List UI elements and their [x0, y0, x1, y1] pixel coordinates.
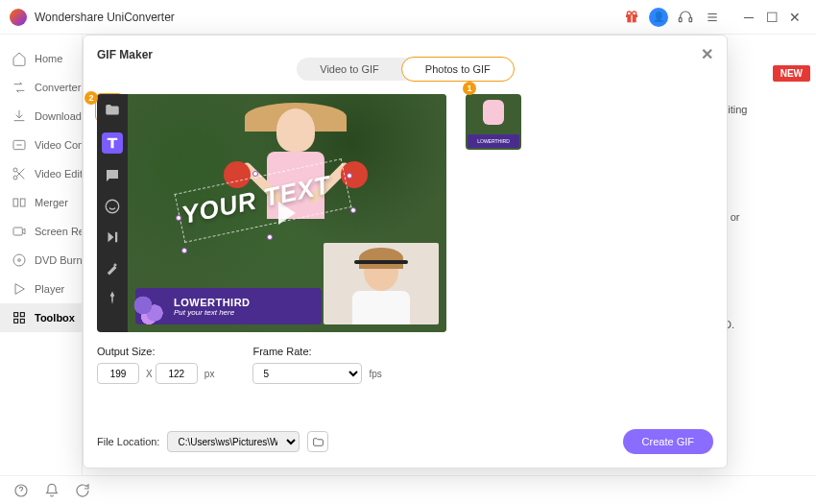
sidebar-item-recorder[interactable]: Screen Recorder [0, 217, 82, 246]
sidebar: Home Converter Downloader Video Compress… [0, 35, 83, 475]
app-title: Wondershare UniConverter [35, 11, 175, 24]
svg-rect-13 [13, 199, 18, 206]
frame-rate-label: Frame Rate: [252, 346, 381, 357]
sidebar-item-player[interactable]: Player [0, 275, 82, 303]
bell-icon[interactable] [44, 483, 60, 498]
user-avatar[interactable]: 👤 [649, 8, 668, 27]
recorder-icon [12, 224, 27, 239]
close-button[interactable]: ✕ [783, 10, 806, 25]
sidebar-item-label: Downloader [35, 110, 82, 122]
frame-rate-select[interactable]: 5 [252, 363, 362, 384]
svg-point-11 [13, 168, 17, 172]
svg-point-12 [13, 176, 17, 180]
home-icon [12, 51, 27, 66]
emoji-tool-icon[interactable] [104, 198, 121, 215]
tab-photos-to-gif[interactable]: Photos to GIF [401, 57, 515, 82]
svg-rect-14 [20, 199, 25, 206]
gif-maker-modal: 1 2 GIF Maker ✕ Video to GIF Photos to G… [83, 35, 728, 468]
svg-point-4 [633, 12, 636, 15]
gift-icon[interactable] [622, 8, 641, 27]
svg-marker-18 [15, 284, 24, 295]
download-icon [12, 108, 27, 124]
editor: YOUR TEXT LOWERTHIRD Put your text here [97, 94, 446, 332]
sidebar-item-merger[interactable]: Merger [0, 188, 82, 217]
px-unit: px [204, 369, 215, 379]
tab-row: Video to GIF Photos to GIF [84, 58, 727, 81]
disc-icon [12, 252, 27, 268]
svg-point-3 [627, 12, 631, 15]
sidebar-item-label: Video Editor [35, 168, 82, 180]
svg-rect-22 [20, 319, 24, 323]
sidebar-item-home[interactable]: Home [0, 44, 82, 73]
feedback-icon[interactable] [75, 483, 90, 498]
svg-point-25 [106, 200, 119, 213]
sidebar-item-compressor[interactable]: Video Compressor [0, 131, 82, 159]
callout-badge-2: 2 [84, 91, 98, 105]
sidebar-item-label: Screen Recorder [35, 226, 82, 237]
app-logo [10, 9, 27, 26]
output-width-input[interactable] [97, 363, 139, 384]
sidebar-item-toolbox[interactable]: Toolbox [0, 303, 82, 332]
titlebar: Wondershare UniConverter 👤 ─ ☐ ✕ [0, 0, 816, 35]
sidebar-item-label: DVD Burner [35, 254, 82, 266]
pin-tool-icon[interactable] [104, 290, 121, 307]
file-location-label: File Location: [97, 436, 159, 447]
sidebar-item-converter[interactable]: Converter [0, 73, 82, 102]
canvas-preview[interactable]: YOUR TEXT LOWERTHIRD Put your text here [128, 94, 446, 332]
bottombar [0, 475, 816, 504]
callout-badge-1: 1 [463, 82, 476, 95]
create-gif-button[interactable]: Create GIF [623, 429, 713, 454]
new-badge: NEW [773, 65, 810, 82]
sidebar-item-label: Merger [35, 197, 68, 208]
lower-third-title: LOWERTHIRD [174, 297, 322, 308]
sidebar-item-label: Converter [35, 82, 81, 93]
fps-unit: fps [369, 369, 381, 379]
chat-tool-icon[interactable] [104, 167, 121, 184]
svg-rect-21 [14, 319, 18, 323]
converter-icon [12, 80, 27, 95]
tab-video-to-gif[interactable]: Video to GIF [297, 58, 402, 81]
svg-point-16 [13, 254, 25, 266]
sidebar-item-editor[interactable]: Video Editor [0, 159, 82, 188]
scissors-icon [12, 166, 27, 181]
sidebar-item-label: Player [35, 283, 64, 295]
hamburger-menu-icon[interactable] [703, 8, 722, 27]
sidebar-item-label: Toolbox [35, 312, 75, 324]
svg-rect-20 [20, 313, 24, 317]
params-row: Output Size: X px Frame Rate: 5 fps [84, 338, 727, 384]
output-height-input[interactable] [156, 363, 198, 384]
pip-overlay[interactable] [324, 243, 439, 324]
output-size-label: Output Size: [97, 346, 214, 357]
help-headset-icon[interactable] [676, 8, 695, 27]
play-icon [12, 281, 27, 297]
sidebar-item-downloader[interactable]: Downloader [0, 102, 82, 131]
sidebar-item-label: Video Compressor [35, 139, 82, 151]
svg-rect-19 [14, 313, 18, 317]
flower-decoration [132, 290, 170, 328]
minimize-button[interactable]: ─ [737, 10, 760, 25]
toolbox-icon [12, 310, 27, 325]
svg-rect-6 [689, 17, 692, 21]
merger-icon [12, 195, 27, 210]
compressor-icon [12, 137, 27, 153]
svg-point-17 [18, 259, 21, 262]
size-separator: X [146, 369, 153, 379]
footer-row: File Location: C:\Users\ws\Pictures\Wond… [84, 416, 727, 468]
thumbnail-list: LOWERTHIRD [466, 94, 521, 332]
lower-third-sub: Put your text here [174, 308, 322, 317]
thumbnail-item[interactable]: LOWERTHIRD [466, 94, 521, 150]
svg-rect-5 [679, 17, 682, 21]
sidebar-item-label: Home [35, 53, 62, 64]
maximize-button[interactable]: ☐ [760, 10, 783, 25]
magic-tool-icon[interactable] [104, 259, 121, 276]
skip-tool-icon[interactable] [104, 228, 121, 246]
tool-rail [97, 94, 128, 332]
svg-rect-2 [631, 14, 632, 22]
sidebar-item-dvd[interactable]: DVD Burner [0, 246, 82, 275]
help-icon[interactable] [13, 483, 29, 498]
file-location-select[interactable]: C:\Users\ws\Pictures\Wonders [167, 431, 300, 452]
svg-rect-15 [13, 228, 22, 235]
folder-tool-icon[interactable] [104, 102, 121, 119]
text-tool-icon[interactable] [102, 132, 123, 154]
open-folder-button[interactable] [307, 431, 328, 452]
